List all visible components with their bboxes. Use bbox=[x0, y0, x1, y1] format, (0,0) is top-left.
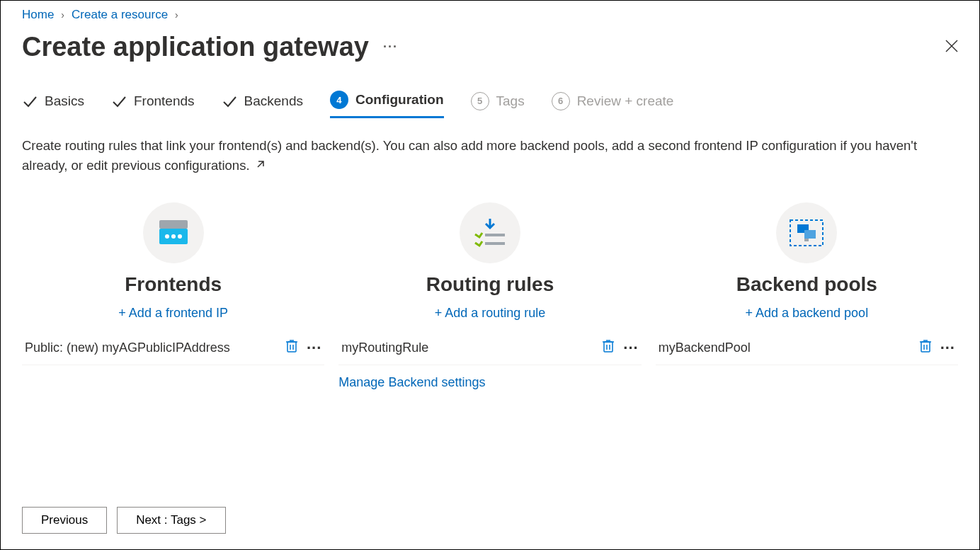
tab-frontends[interactable]: Frontends bbox=[111, 91, 195, 118]
tab-tags[interactable]: 5 Tags bbox=[471, 91, 525, 118]
column-frontends: Frontends + Add a frontend IP Public: (n… bbox=[22, 202, 324, 390]
svg-rect-23 bbox=[804, 239, 809, 241]
tab-description: Create routing rules that link your fron… bbox=[22, 136, 958, 176]
tab-configuration[interactable]: 4 Configuration bbox=[330, 91, 444, 118]
close-icon[interactable] bbox=[945, 38, 958, 57]
frontends-icon bbox=[143, 202, 204, 263]
step-number-icon: 6 bbox=[552, 92, 570, 110]
routing-rule-item[interactable]: myRoutingRule ··· bbox=[338, 332, 641, 365]
delete-icon[interactable] bbox=[602, 339, 615, 357]
manage-backend-settings-link[interactable]: Manage Backend settings bbox=[338, 375, 641, 390]
more-icon[interactable]: ··· bbox=[623, 339, 638, 357]
delete-icon[interactable] bbox=[285, 339, 298, 357]
column-routing-rules: Routing rules + Add a routing rule myRou… bbox=[338, 202, 641, 390]
more-icon[interactable]: ··· bbox=[940, 339, 955, 357]
routing-rules-title: Routing rules bbox=[426, 273, 554, 296]
svg-rect-22 bbox=[804, 230, 816, 239]
page-title: Create application gateway ··· bbox=[22, 32, 398, 62]
routing-rules-icon bbox=[460, 202, 520, 263]
routing-rule-label: myRoutingRule bbox=[341, 340, 428, 355]
svg-rect-7 bbox=[287, 342, 296, 352]
svg-rect-2 bbox=[159, 220, 188, 229]
add-frontend-ip-link[interactable]: + Add a frontend IP bbox=[118, 306, 228, 321]
backend-pools-icon bbox=[776, 202, 837, 263]
previous-button[interactable]: Previous bbox=[22, 507, 107, 534]
tab-basics[interactable]: Basics bbox=[22, 91, 84, 118]
frontend-item-label: Public: (new) myAGPublicIPAddress bbox=[25, 340, 230, 355]
backend-pool-label: myBackendPool bbox=[659, 340, 751, 355]
breadcrumb-home[interactable]: Home bbox=[22, 8, 54, 22]
step-number-icon: 5 bbox=[471, 92, 489, 110]
more-icon[interactable]: ··· bbox=[383, 40, 398, 55]
svg-rect-15 bbox=[604, 342, 612, 352]
tab-review-create[interactable]: 6 Review + create bbox=[552, 91, 674, 118]
more-icon[interactable]: ··· bbox=[307, 339, 321, 357]
column-backend-pools: Backend pools + Add a backend pool myBac… bbox=[656, 202, 958, 390]
svg-point-6 bbox=[178, 234, 182, 239]
next-button[interactable]: Next : Tags > bbox=[117, 507, 225, 534]
svg-point-5 bbox=[171, 234, 176, 239]
add-routing-rule-link[interactable]: + Add a routing rule bbox=[435, 306, 546, 321]
delete-icon[interactable] bbox=[919, 339, 932, 357]
tab-backends[interactable]: Backends bbox=[222, 91, 303, 118]
breadcrumb-create-resource[interactable]: Create a resource bbox=[72, 8, 168, 22]
add-backend-pool-link[interactable]: + Add a backend pool bbox=[745, 306, 868, 321]
chevron-right-icon: › bbox=[175, 9, 178, 21]
wizard-tabs: Basics Frontends Backends 4 Configuratio… bbox=[22, 91, 958, 119]
check-icon bbox=[222, 93, 237, 109]
breadcrumb: Home › Create a resource › bbox=[22, 8, 958, 22]
frontends-title: Frontends bbox=[125, 273, 222, 296]
svg-rect-24 bbox=[921, 342, 930, 352]
step-number-icon: 4 bbox=[330, 91, 348, 109]
svg-point-4 bbox=[165, 234, 169, 239]
check-icon bbox=[111, 93, 127, 109]
external-link-icon[interactable] bbox=[256, 159, 266, 171]
backend-pools-title: Backend pools bbox=[736, 273, 877, 296]
backend-pool-item[interactable]: myBackendPool ··· bbox=[656, 332, 958, 365]
check-icon bbox=[22, 93, 38, 109]
frontend-item[interactable]: Public: (new) myAGPublicIPAddress ··· bbox=[22, 332, 324, 365]
chevron-right-icon: › bbox=[61, 9, 64, 21]
